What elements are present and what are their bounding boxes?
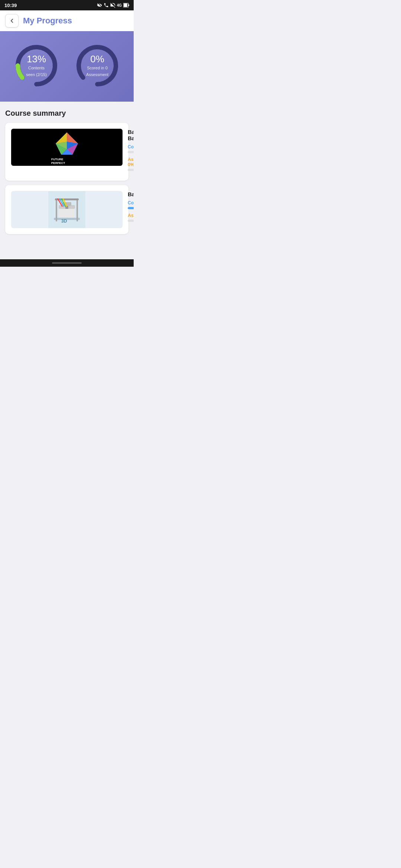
- course-card-2[interactable]: 3D BasicsofBanking1 Content 33% Assessme…: [5, 185, 128, 234]
- header: My Progress: [0, 10, 134, 31]
- svg-text:3D: 3D: [61, 218, 67, 224]
- assessment-percent: 0%: [86, 54, 108, 64]
- contents-label2: seen (2/15): [26, 72, 47, 77]
- svg-text:PERFECT: PERFECT: [51, 161, 65, 165]
- course-info-2: BasicsofBanking1 Content 33% Assessment …: [128, 191, 134, 226]
- course-thumbnail-1: FUTURE PERFECT: [11, 129, 123, 166]
- bottom-nav-bar: [0, 259, 134, 267]
- contents-percent: 13%: [26, 54, 47, 64]
- contents-label1: Contents: [26, 65, 47, 70]
- course-card-1[interactable]: FUTURE PERFECT Basics of Banking Content…: [5, 123, 128, 181]
- contents-circle-inner: 13% Contents seen (2/15): [26, 54, 47, 78]
- content-progress-bar-bg-2: [128, 207, 134, 209]
- assessment-label1: Scored in 0: [86, 65, 108, 70]
- course-name-1: Basics of Banking: [128, 129, 134, 141]
- status-time: 10:39: [4, 3, 17, 8]
- svg-rect-23: [56, 199, 57, 221]
- assessment-label2: Assessment: [86, 72, 108, 77]
- assessment-progress-bar-bg-2: [128, 220, 134, 222]
- svg-rect-2: [128, 4, 129, 6]
- status-bar: 10:39 4G: [0, 0, 134, 10]
- hero-section: 13% Contents seen (2/15) 0% Scored in 0 …: [0, 31, 134, 102]
- svg-rect-1: [124, 3, 127, 7]
- assessment-circle-inner: 0% Scored in 0 Assessment: [86, 54, 108, 78]
- home-indicator: [52, 262, 82, 264]
- course-info-1: Basics of Banking Content 0% Assessment …: [128, 129, 134, 175]
- status-icons: 4G: [97, 3, 129, 8]
- contents-progress: 13% Contents seen (2/15): [12, 42, 61, 90]
- content-progress-bar-fill-2: [128, 207, 134, 209]
- assessment-circle: 0% Scored in 0 Assessment: [73, 42, 121, 90]
- assessment-progress-bar-bg-1: [128, 169, 134, 171]
- course-content-label-1: Content 0%: [128, 144, 134, 149]
- contents-circle: 13% Contents seen (2/15): [12, 42, 61, 90]
- page-title: My Progress: [23, 16, 72, 26]
- course-thumbnail-2: 3D: [11, 191, 123, 228]
- content-area: Course summary FUTURE PERFECT Basics of …: [0, 102, 134, 244]
- assessment-progress: 0% Scored in 0 Assessment: [73, 42, 121, 90]
- content-progress-bar-bg-1: [128, 151, 134, 153]
- section-title: Course summary: [5, 109, 128, 118]
- course-content-label-2: Content 33%: [128, 200, 134, 206]
- network-badge: 4G: [117, 3, 122, 7]
- svg-rect-24: [76, 199, 78, 221]
- svg-text:FUTURE: FUTURE: [51, 158, 63, 161]
- course-name-2: BasicsofBanking1: [128, 191, 134, 197]
- back-button[interactable]: [5, 14, 19, 27]
- course-assessment-label-2: Assessment 0%: [128, 213, 134, 218]
- course-assessment-label-1: Assessment 0%: [128, 157, 134, 167]
